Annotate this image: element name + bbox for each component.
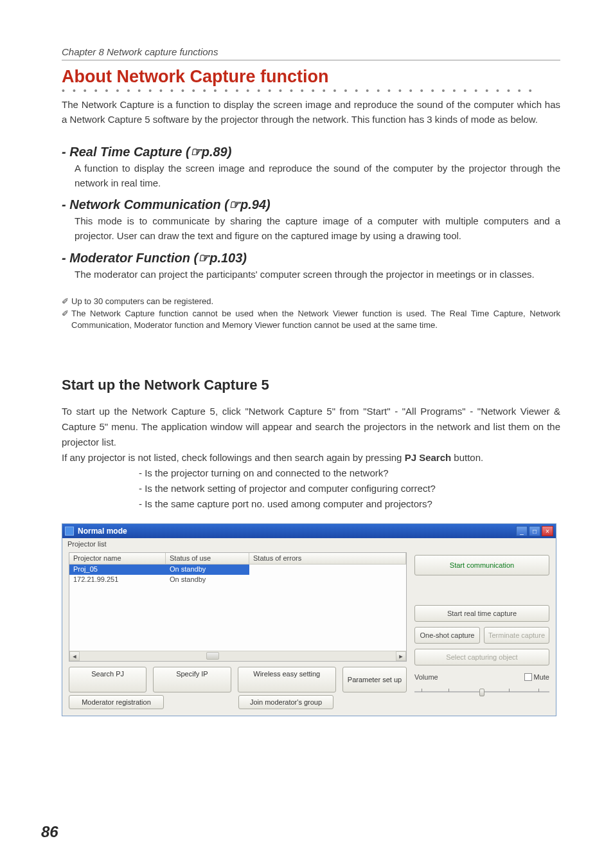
section-body-realtime: A function to display the screen image a… <box>62 161 560 191</box>
start-communication-button[interactable]: Start communication <box>414 555 549 575</box>
close-button[interactable]: × <box>542 526 553 536</box>
app-icon <box>65 527 74 536</box>
section-heading-moderator: - Moderator Function (☞p.103) <box>62 250 560 266</box>
cell-error <box>249 565 406 575</box>
minimize-button[interactable]: _ <box>516 526 528 536</box>
cell-error <box>249 575 406 585</box>
maximize-button[interactable]: □ <box>529 526 540 536</box>
start-realtime-capture-button[interactable]: Start real time capture <box>414 605 549 622</box>
notes-block: ✐ Up to 30 computers can be registered. … <box>62 296 560 332</box>
parameter-setup-button[interactable]: Parameter set up <box>342 667 407 692</box>
projector-listview[interactable]: Projector name Status of use Status of e… <box>69 552 407 662</box>
wireless-easy-setting-button[interactable]: Wireless easy setting <box>238 667 336 692</box>
column-projector-name[interactable]: Projector name <box>69 553 166 565</box>
page-number: 86 <box>41 823 58 841</box>
note-bullet-icon: ✐ <box>62 296 69 308</box>
join-moderator-group-button[interactable]: Join moderator's group <box>238 695 333 709</box>
table-row[interactable]: 172.21.99.251 On standby <box>69 575 406 585</box>
mute-checkbox[interactable] <box>524 673 532 681</box>
column-status-use[interactable]: Status of use <box>166 553 249 565</box>
intro-paragraph: The Network Capture is a function to dis… <box>62 97 560 127</box>
one-shot-capture-button[interactable]: One-shot capture <box>414 627 480 644</box>
section-heading-realtime: - Real Time Capture (☞p.89) <box>62 144 560 159</box>
scroll-left-icon[interactable]: ◄ <box>69 651 80 661</box>
note-2: The Network Capture function cannot be u… <box>71 308 560 332</box>
specify-ip-button[interactable]: Specify IP <box>153 667 231 692</box>
column-status-errors[interactable]: Status of errors <box>249 553 406 565</box>
horizontal-scrollbar[interactable]: ◄ ► <box>69 651 406 661</box>
menu-bar[interactable]: Projector list <box>62 538 556 550</box>
check-item-3: - Is the same capture port no. used amon… <box>139 496 560 512</box>
titlebar[interactable]: Normal mode _ □ × <box>62 524 556 538</box>
check-item-2: - Is the network setting of projector an… <box>139 481 560 496</box>
start-paragraph-2: If any projector is not listed, check fo… <box>62 450 560 466</box>
moderator-registration-button[interactable]: Moderator registration <box>69 695 164 709</box>
volume-label: Volume <box>414 673 438 681</box>
start-heading: Start up the Network Capture 5 <box>62 377 560 393</box>
menu-projector-list[interactable]: Projector list <box>67 540 107 548</box>
start-paragraph-1: To start up the Network Capture 5, click… <box>62 404 560 450</box>
mute-label: Mute <box>534 673 549 681</box>
select-capturing-object-button[interactable]: Select capturing object <box>414 649 549 665</box>
table-row[interactable]: Proj_05 On standby <box>69 565 406 575</box>
scroll-right-icon[interactable]: ► <box>396 651 406 661</box>
cell-name: Proj_05 <box>69 565 166 575</box>
chapter-header: Chapter 8 Network capture functions <box>62 46 560 60</box>
start-p2-pre: If any projector is not listed, check fo… <box>62 452 405 463</box>
cell-status: On standby <box>166 575 249 585</box>
decorative-dot-rule: ••••••••••••••••••••••••••••••••••••••••… <box>62 88 560 95</box>
scroll-thumb[interactable] <box>206 652 219 660</box>
start-p2-post: button. <box>451 452 483 463</box>
section-body-network-comm: This mode is to communicate by sharing t… <box>62 213 560 244</box>
note-bullet-icon: ✐ <box>62 308 69 332</box>
check-item-1: - Is the projector turning on and connec… <box>139 466 560 481</box>
cell-name: 172.21.99.251 <box>69 575 166 585</box>
volume-slider[interactable] <box>414 687 549 696</box>
section-heading-network-comm: - Network Communication (☞p.94) <box>62 197 560 212</box>
terminate-capture-button[interactable]: Terminate capture <box>484 627 549 644</box>
section-body-moderator: The moderator can project the participan… <box>62 267 560 282</box>
window-title: Normal mode <box>78 527 515 536</box>
page-title: About Network Capture function <box>62 67 560 87</box>
cell-status: On standby <box>166 565 249 575</box>
app-window: Normal mode _ □ × Projector list Project… <box>62 523 556 716</box>
note-1: Up to 30 computers can be registered. <box>71 296 560 308</box>
start-p2-bold: PJ Search <box>405 452 452 463</box>
search-pj-button[interactable]: Search PJ <box>69 667 147 692</box>
